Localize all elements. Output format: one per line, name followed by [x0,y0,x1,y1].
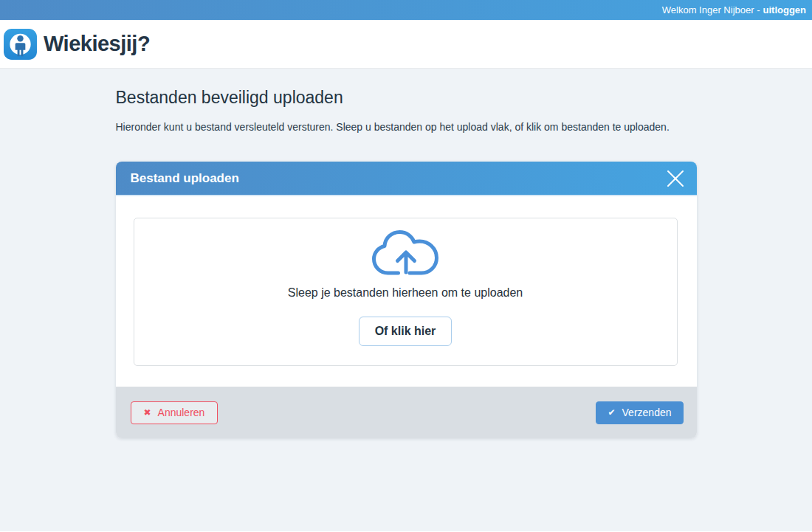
content-container: Bestanden beveiligd uploaden Hieronder k… [116,87,697,438]
topbar: Welkom Inger Nijboer - uitloggen [0,0,812,20]
close-icon[interactable] [665,168,686,189]
page-subtitle: Hieronder kunt u bestand versleuteld ver… [116,120,697,134]
page-title: Bestanden beveiligd uploaden [116,87,697,108]
cancel-button[interactable]: ✖ Annuleren [131,401,219,424]
upload-modal: Bestand uploaden Sleep [116,162,697,438]
modal-footer: ✖ Annuleren ✔ Verzenden [116,387,697,438]
logout-link[interactable]: uitloggen [763,4,807,15]
submit-button[interactable]: ✔ Verzenden [596,401,683,424]
welcome-text: Welkom Inger Nijboer - [662,4,760,15]
modal-header: Bestand uploaden [116,162,697,196]
file-dropzone[interactable]: Sleep je bestanden hierheen om te upload… [134,218,678,366]
cancel-x-icon: ✖ [144,407,151,418]
cancel-button-label: Annuleren [158,407,205,418]
modal-title: Bestand uploaden [131,171,239,186]
brand-name: Wiekiesjij? [44,32,150,56]
page-background: Bestanden beveiligd uploaden Hieronder k… [0,69,812,531]
browse-files-button[interactable]: Of klik hier [359,317,453,346]
check-icon: ✔ [608,407,615,418]
submit-button-label: Verzenden [622,407,672,418]
dropzone-hint: Sleep je bestanden hierheen om te upload… [134,286,677,300]
cloud-upload-icon [134,229,677,277]
modal-body: Sleep je bestanden hierheen om te upload… [116,196,697,387]
brand-bar: Wiekiesjij? [0,20,812,69]
app-logo-person-icon[interactable] [3,28,38,61]
